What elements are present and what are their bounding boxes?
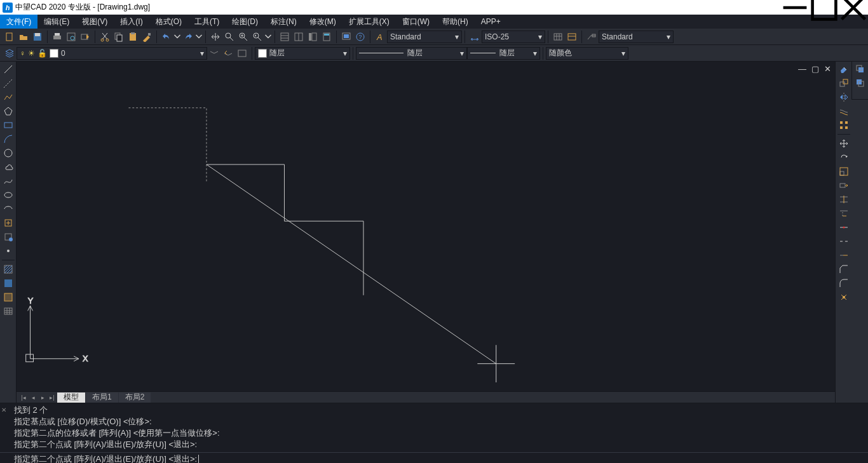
close-button[interactable] [839, 0, 868, 15]
maximize-button[interactable] [810, 0, 839, 15]
bring-front-icon[interactable] [853, 63, 867, 76]
polygon-icon[interactable] [1, 105, 15, 117]
circle-icon[interactable] [1, 147, 15, 159]
break-icon[interactable] [837, 235, 851, 248]
print-preview-icon[interactable] [64, 30, 78, 44]
zoom-previous-icon[interactable] [250, 30, 264, 44]
polyline-icon[interactable] [1, 91, 15, 104]
layer-manager-icon[interactable] [3, 46, 17, 60]
erase-icon[interactable] [837, 63, 851, 76]
rectangle-icon[interactable] [1, 119, 15, 131]
help-icon[interactable]: ? [353, 30, 367, 44]
plotstyle-combo[interactable]: 随颜色▾ [546, 47, 628, 60]
revcloud-icon[interactable] [1, 161, 15, 173]
menu-edit[interactable]: 编辑(E) [37, 15, 76, 29]
tab-model[interactable]: 模型 [57, 393, 85, 403]
extend-icon[interactable] [837, 207, 851, 220]
save-icon[interactable] [31, 30, 44, 44]
copy-icon[interactable] [112, 30, 126, 44]
menu-modify[interactable]: 修改(M) [303, 15, 342, 29]
textstyle-icon[interactable]: A [373, 30, 387, 44]
dimstyle-icon[interactable] [468, 30, 482, 44]
block-insert-icon[interactable] [1, 217, 15, 229]
offset-icon[interactable] [837, 105, 851, 117]
minimize-button[interactable] [780, 0, 810, 15]
calculator-icon[interactable] [320, 30, 334, 44]
mleaderstyle-combo[interactable]: Standard▾ [599, 30, 674, 43]
xline-icon[interactable] [1, 77, 15, 90]
menu-draw[interactable]: 绘图(D) [226, 15, 264, 29]
ellipsearc-icon[interactable] [1, 203, 15, 215]
tab-last-icon[interactable]: ▸| [48, 393, 57, 402]
textstyle-combo[interactable]: Standard▾ [387, 30, 462, 43]
menu-tools[interactable]: 工具(T) [188, 15, 226, 29]
lineweight-combo[interactable]: 随层▾ [467, 47, 540, 60]
pan-icon[interactable] [208, 30, 222, 44]
line-icon[interactable] [1, 63, 15, 76]
rotate-icon[interactable] [837, 151, 851, 164]
fillet-icon[interactable] [837, 277, 851, 290]
drawing-canvas[interactable]: Y X [17, 62, 835, 391]
table-icon[interactable] [1, 305, 15, 318]
menu-help[interactable]: 帮助(H) [436, 15, 475, 29]
matchprop-icon[interactable] [140, 30, 154, 44]
move-icon[interactable] [837, 137, 851, 150]
hatch-icon[interactable] [1, 263, 15, 276]
cut-icon[interactable] [98, 30, 112, 44]
tab-next-icon[interactable]: ▸ [38, 393, 47, 402]
layer-prev-icon[interactable] [221, 46, 235, 60]
redo-icon[interactable] [181, 30, 195, 44]
layer-state-icon[interactable] [235, 46, 249, 60]
tablestyle-icon[interactable] [551, 30, 565, 44]
menu-dimension[interactable]: 标注(N) [264, 15, 303, 29]
trim-icon[interactable] [837, 193, 851, 206]
publish-icon[interactable] [78, 30, 92, 44]
tool-palettes-icon[interactable] [306, 30, 320, 44]
linetype-combo[interactable]: 随层▾ [356, 47, 467, 60]
send-back-icon[interactable] [853, 77, 867, 90]
arc-icon[interactable] [1, 133, 15, 145]
join-icon[interactable] [837, 249, 851, 262]
cleanscreen-icon[interactable] [339, 30, 353, 44]
tab-first-icon[interactable]: |◂ [19, 393, 28, 402]
menu-file[interactable]: 文件(F) [0, 15, 37, 29]
command-input[interactable]: 指定第二个点或 [阵列(A)/退出(E)/放弃(U)] <退出>: [0, 452, 868, 463]
explode-icon[interactable] [837, 291, 851, 304]
undo-dropdown-icon[interactable] [173, 30, 181, 44]
open-icon[interactable] [17, 30, 31, 44]
tab-prev-icon[interactable]: ◂ [29, 393, 37, 402]
gradient-icon[interactable] [1, 277, 15, 290]
ellipse-icon[interactable] [1, 189, 15, 201]
region-icon[interactable] [1, 291, 15, 304]
copy-obj-icon[interactable] [837, 77, 851, 90]
block-make-icon[interactable] [1, 231, 15, 243]
cmdlog-close-icon[interactable]: ✕ [1, 405, 6, 416]
scale-icon[interactable] [837, 165, 851, 178]
point-icon[interactable] [1, 245, 15, 257]
menu-app[interactable]: APP+ [475, 15, 507, 29]
command-history[interactable]: ✕ 找到 2 个 指定基点或 [位移(D)/模式(O)] <位移>: 指定第二点… [0, 403, 868, 452]
menu-extend[interactable]: 扩展工具(X) [342, 15, 396, 29]
redo-dropdown-icon[interactable] [195, 30, 203, 44]
break-point-icon[interactable] [837, 221, 851, 234]
menu-format[interactable]: 格式(O) [149, 15, 188, 29]
tablestyle-manage-icon[interactable] [565, 30, 579, 44]
zoom-window-icon[interactable] [236, 30, 250, 44]
mirror-icon[interactable] [837, 91, 851, 104]
properties-icon[interactable] [278, 30, 292, 44]
tab-layout2[interactable]: 布局2 [119, 393, 151, 403]
tab-layout1[interactable]: 布局1 [86, 393, 118, 403]
print-icon[interactable] [50, 30, 64, 44]
spline-icon[interactable] [1, 175, 15, 187]
dimstyle-combo[interactable]: ISO-25▾ [482, 30, 545, 43]
paste-icon[interactable] [126, 30, 140, 44]
menu-insert[interactable]: 插入(I) [114, 15, 149, 29]
menu-view[interactable]: 视图(V) [76, 15, 114, 29]
new-icon[interactable] [3, 30, 17, 44]
design-center-icon[interactable] [292, 30, 306, 44]
stretch-icon[interactable] [837, 179, 851, 192]
zoom-dropdown-icon[interactable] [264, 30, 272, 44]
layer-combo[interactable]: ♀ ☀ 🔓 0 ▾ [17, 47, 207, 60]
chamfer-icon[interactable] [837, 263, 851, 276]
color-combo[interactable]: 随层▾ [255, 47, 350, 60]
